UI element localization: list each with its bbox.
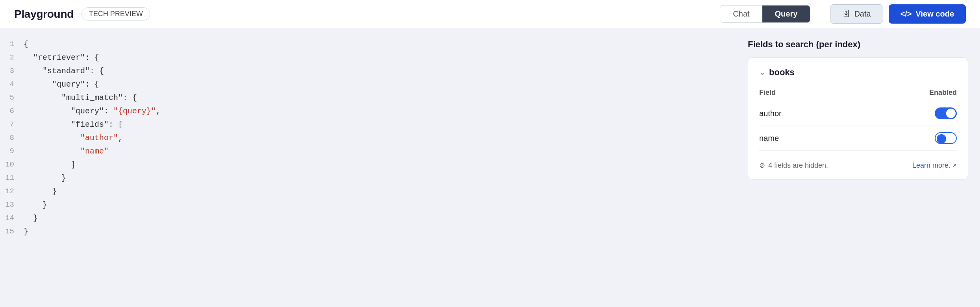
chevron-down-icon[interactable]: ⌄ [759,68,765,77]
code-area: 1{2 "retriever": {3 "standard": {4 "quer… [0,28,736,307]
chat-query-toggle: Chat Query [720,5,810,23]
line-number: 2 [0,51,24,64]
toggle-track [935,132,957,144]
page-title: Playground [14,8,74,20]
data-button-label: Data [854,9,871,18]
col-enabled-header: Enabled [848,85,957,101]
line-number: 15 [0,225,24,238]
line-number: 10 [0,158,24,171]
code-line: 13 } [0,198,736,212]
external-link-icon: ↗ [952,162,957,168]
code-line: 15} [0,225,736,239]
line-content: { [24,38,736,51]
toggle-thumb [937,134,946,144]
line-number: 1 [0,38,24,50]
hidden-fields-row: ⊘ 4 fields are hidden. Learn more. ↗ [759,158,957,170]
line-content: "fields": [ [24,118,736,131]
code-line: 8 "author", [0,131,736,145]
field-name-cell: author [759,101,848,126]
line-content: "query": { [24,78,736,91]
database-icon: 🗄 [842,9,850,18]
data-button[interactable]: 🗄 Data [830,4,883,24]
code-line: 7 "fields": [ [0,118,736,131]
code-line: 6 "query": "{query}", [0,105,736,118]
table-row: name [759,126,957,151]
index-header: ⌄ books [759,67,957,78]
toggle-track [935,107,957,119]
panel-title: Fields to search (per index) [748,39,968,50]
line-number: 14 [0,212,24,224]
line-number: 8 [0,131,24,144]
code-line: 14 } [0,212,736,225]
code-line: 1{ [0,38,736,51]
line-number: 9 [0,145,24,157]
header-actions: 🗄 Data </> View code [830,4,966,24]
line-content: } [24,212,736,225]
field-name-cell: name [759,126,848,151]
code-line: 11 } [0,172,736,185]
code-line: 2 "retriever": { [0,51,736,65]
table-row: author [759,101,957,126]
learn-more-link[interactable]: Learn more. ↗ [912,161,957,170]
right-panel: Fields to search (per index) ⌄ books Fie… [736,28,980,307]
fields-card: ⌄ books Field Enabled authorname ⊘ 4 fie… [748,57,968,179]
chat-tab-button[interactable]: Chat [720,6,762,22]
code-icon: </> [900,9,912,18]
code-line: 5 "multi_match": { [0,91,736,105]
main-content: 1{2 "retriever": {3 "standard": {4 "quer… [0,28,980,307]
code-line: 12 } [0,185,736,198]
code-block: 1{2 "retriever": {3 "standard": {4 "quer… [0,38,736,239]
col-field-header: Field [759,85,848,101]
line-number: 13 [0,198,24,211]
line-content: } [24,172,736,185]
code-line: 3 "standard": { [0,65,736,78]
code-line: 10 ] [0,158,736,172]
field-enabled-cell [848,126,957,151]
line-number: 3 [0,65,24,77]
line-number: 4 [0,78,24,91]
line-content: "multi_match": { [24,91,736,105]
slash-circle-icon: ⊘ [759,161,765,170]
line-number: 6 [0,105,24,117]
line-number: 5 [0,91,24,104]
line-content: "query": "{query}", [24,105,736,118]
learn-more-label: Learn more. [912,161,950,170]
line-content: "author", [24,131,736,145]
line-content: ] [24,158,736,172]
view-code-button[interactable]: </> View code [889,4,966,24]
line-content: } [24,198,736,212]
line-content: } [24,185,736,198]
line-content: } [24,225,736,239]
code-line: 4 "query": { [0,78,736,91]
line-number: 12 [0,185,24,198]
line-content: "standard": { [24,65,736,78]
tech-preview-badge: TECH PREVIEW [81,7,150,20]
query-tab-button[interactable]: Query [762,6,810,22]
hidden-fields-text: ⊘ 4 fields are hidden. [759,161,828,170]
fields-table: Field Enabled authorname [759,85,957,151]
hidden-fields-label: 4 fields are hidden. [768,161,828,170]
field-enabled-cell [848,101,957,126]
header: Playground TECH PREVIEW Chat Query 🗄 Dat… [0,0,980,28]
view-code-button-label: View code [916,9,954,18]
line-content: "name" [24,145,736,158]
index-name: books [769,67,795,78]
line-number: 11 [0,172,24,184]
code-line: 9 "name" [0,145,736,158]
toggle-author[interactable] [935,107,957,119]
toggle-name[interactable] [935,132,957,144]
line-content: "retriever": { [24,51,736,65]
line-number: 7 [0,118,24,131]
toggle-thumb [946,109,956,118]
